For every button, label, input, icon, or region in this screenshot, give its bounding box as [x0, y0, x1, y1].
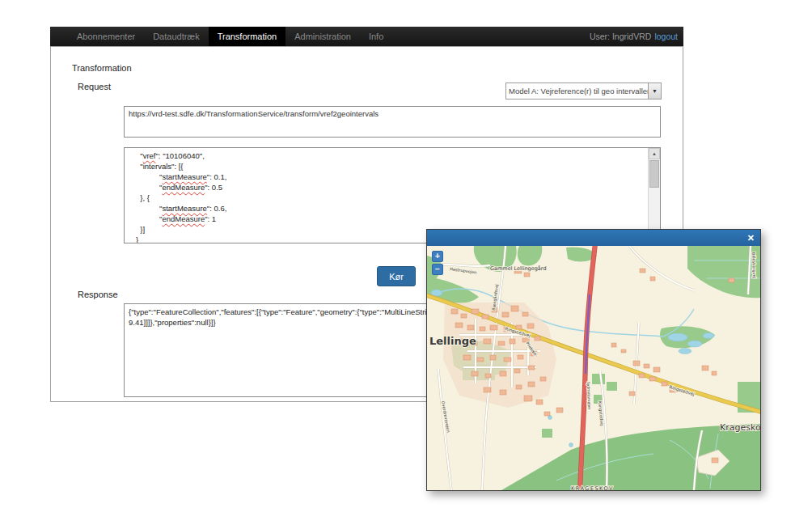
nav-item-dataudtraek[interactable]: Dataudtræk — [144, 27, 208, 46]
nav-item-administration[interactable]: Administration — [285, 27, 360, 46]
nav-item-info[interactable]: Info — [360, 27, 392, 46]
map-label-lellinge: Lellinge — [429, 335, 476, 347]
map-popup: ✕ — [426, 229, 761, 491]
map-svg: Lellinge Gammel Lellingegård Ringstedvej… — [427, 246, 760, 490]
nav-user-area: User: IngridVRD logout — [590, 27, 683, 46]
zoom-in-button[interactable]: + — [432, 251, 443, 262]
map-label-krageskov-caps: KRAGESKOV — [571, 485, 614, 490]
user-label: User: IngridVRD — [590, 32, 651, 41]
chevron-down-icon[interactable]: ▼ — [648, 83, 661, 99]
scroll-up-icon[interactable]: ▲ — [649, 148, 660, 159]
nav-item-transformation[interactable]: Transformation — [209, 27, 286, 46]
model-select-value: Model A: Vejreference(r) til geo interva… — [506, 87, 648, 95]
nav-item-abonnementer[interactable]: Abonnementer — [68, 27, 144, 46]
page: Abonnementer Dataudtræk Transformation A… — [0, 0, 812, 508]
logout-link[interactable]: logout — [654, 32, 678, 41]
map-popup-header[interactable]: ✕ — [427, 230, 760, 246]
map-canvas[interactable]: Lellinge Gammel Lellingegård Ringstedvej… — [427, 246, 760, 490]
run-button[interactable]: Kør — [377, 266, 416, 286]
map-label-krageskov: Krageskov — [720, 422, 760, 433]
request-label: Request — [78, 82, 111, 91]
map-zoom-controls: + − — [432, 251, 443, 277]
model-select[interactable]: Model A: Vejreference(r) til geo interva… — [505, 83, 662, 99]
map-label-gammel-lellingegaard: Gammel Lellingegård — [490, 265, 547, 272]
zoom-out-button[interactable]: − — [432, 264, 443, 275]
close-icon[interactable]: ✕ — [742, 230, 760, 246]
response-label: Response — [78, 290, 118, 299]
page-title: Transformation — [72, 63, 132, 73]
service-url-input[interactable]: https://vrd-test.sdfe.dk/TransformationS… — [124, 106, 661, 138]
scrollbar-thumb[interactable] — [649, 160, 659, 188]
top-nav: Abonnementer Dataudtræk Transformation A… — [50, 27, 683, 46]
